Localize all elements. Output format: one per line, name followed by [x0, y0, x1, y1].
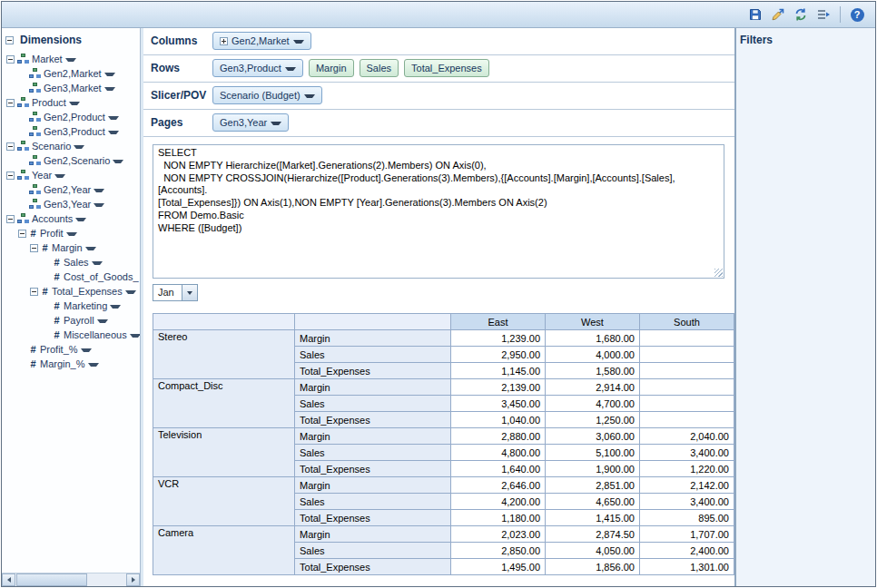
chip-gen2-market[interactable]: Gen2,Market	[212, 32, 311, 50]
chip-label: Gen3,Year	[220, 117, 267, 128]
tree-item-market[interactable]: Market	[2, 52, 140, 66]
tree-item-margin-pct[interactable]: #Margin_%	[2, 357, 140, 371]
value-cell: 1,301.00	[639, 559, 734, 575]
collapse-icon[interactable]	[18, 230, 26, 238]
edit-query-icon[interactable]	[769, 5, 787, 24]
collapse-icon[interactable]	[6, 55, 15, 64]
table-row: VCRMargin2,646.002,851.002,142.00	[153, 477, 734, 494]
dimensions-tree: MarketGen2,MarketGen3,MarketProductGen2,…	[2, 49, 140, 573]
value-cell: 2,880.00	[451, 428, 546, 445]
value-cell: 1,900.00	[546, 461, 640, 477]
member-icon: #	[41, 242, 49, 253]
tree-item-gen2-product[interactable]: Gen2,Product	[2, 110, 140, 124]
dropdown-caret-icon	[108, 131, 119, 134]
dropdown-caret-icon	[104, 87, 115, 91]
filters-panel: Filters	[736, 28, 875, 586]
scrollbar-thumb[interactable]	[16, 573, 87, 586]
tree-item-label: Total_Expenses	[52, 286, 123, 297]
tree-item-label: Margin_%	[40, 358, 85, 369]
chip-sales[interactable]: Sales	[360, 59, 399, 77]
select-dropdown-button[interactable]	[182, 285, 197, 300]
value-cell: 2,646.00	[451, 477, 546, 494]
tree-item-total-expenses[interactable]: #Total_Expenses	[2, 284, 140, 299]
dimension-icon	[29, 83, 41, 93]
chevron-down-icon	[187, 291, 192, 295]
scrollbar-track[interactable]	[87, 573, 126, 586]
band-chips: Scenario (Budget)	[212, 86, 322, 104]
help-icon[interactable]: ?	[848, 5, 866, 24]
mdx-query-editor[interactable]: SELECT NON EMPTY Hierarchize([Market].Ge…	[153, 144, 724, 279]
dropdown-caret-icon	[75, 218, 86, 221]
collapse-panel-icon[interactable]	[5, 36, 14, 44]
dropdown-caret-icon	[271, 122, 281, 125]
band-label: Slicer/POV	[151, 89, 212, 102]
horizontal-scrollbar[interactable]	[2, 573, 140, 586]
member-icon: #	[53, 271, 61, 282]
tree-item-gen2-market[interactable]: Gen2,Market	[2, 66, 140, 81]
scroll-left-button[interactable]	[2, 573, 15, 586]
chip-scenario-budget[interactable]: Scenario (Budget)	[212, 86, 322, 104]
tree-item-cost-of-goods[interactable]: #Cost_of_Goods_	[2, 270, 140, 284]
collapse-icon[interactable]	[6, 99, 15, 107]
tree-item-gen2-scenario[interactable]: Gen2,Scenario	[2, 153, 140, 168]
collapse-icon[interactable]	[30, 288, 38, 296]
tree-item-profit-pct[interactable]: #Profit_%	[2, 342, 140, 357]
collapse-icon[interactable]	[30, 244, 38, 252]
tree-item-miscellaneous[interactable]: #Miscellaneous	[2, 328, 140, 342]
save-icon[interactable]	[746, 5, 764, 24]
chip-gen3-product[interactable]: Gen3,Product	[212, 59, 303, 77]
member-icon: #	[53, 300, 61, 311]
dimension-icon	[29, 68, 41, 79]
dropdown-caret-icon	[293, 40, 304, 44]
dropdown-caret-icon	[110, 305, 121, 309]
value-cell: 2,139.00	[451, 379, 546, 396]
measure-cell: Margin	[295, 428, 451, 445]
tree-item-gen3-market[interactable]: Gen3,Market	[2, 81, 140, 95]
tree-item-gen3-year[interactable]: Gen3,Year	[2, 197, 140, 211]
value-cell: 4,700.00	[546, 396, 640, 412]
view-log-icon[interactable]	[814, 5, 833, 24]
measure-cell: Margin	[295, 330, 451, 347]
value-cell: 3,400.00	[639, 494, 734, 510]
tree-item-profit[interactable]: #Profit	[2, 226, 140, 240]
table-row: StereoMargin1,239.001,680.00	[153, 330, 734, 347]
dimension-icon	[29, 184, 41, 195]
value-cell: 1,415.00	[546, 510, 640, 526]
tree-item-gen3-product[interactable]: Gen3,Product	[2, 124, 140, 139]
collapse-icon[interactable]	[6, 142, 15, 151]
tree-item-payroll[interactable]: #Payroll	[2, 313, 140, 328]
dropdown-caret-icon	[65, 58, 76, 62]
tree-item-label: Gen3,Product	[44, 126, 105, 137]
tree-item-gen2-year[interactable]: Gen2,Year	[2, 182, 140, 197]
collapse-icon[interactable]	[6, 172, 15, 180]
dropdown-caret-icon	[125, 290, 136, 294]
execute-query-icon[interactable]	[792, 5, 810, 24]
chip-margin[interactable]: Margin	[309, 59, 354, 77]
tree-item-margin[interactable]: #Margin	[2, 240, 140, 255]
collapse-icon[interactable]	[6, 215, 15, 223]
tree-item-product[interactable]: Product	[2, 95, 140, 110]
tree-item-label: Gen2,Market	[44, 68, 102, 79]
tree-item-sales[interactable]: #Sales	[2, 255, 140, 270]
value-cell: 5,100.00	[546, 445, 640, 461]
column-header-west: West	[546, 314, 640, 330]
chip-gen3-year[interactable]: Gen3,Year	[212, 113, 289, 132]
value-cell: 1,040.00	[451, 412, 546, 428]
tree-item-marketing[interactable]: #Marketing	[2, 299, 140, 313]
expand-plus-icon[interactable]	[220, 37, 228, 45]
chip-total-expenses[interactable]: Total_Expenses	[404, 59, 489, 77]
value-cell: 895.00	[639, 510, 734, 526]
tree-item-accounts[interactable]: Accounts	[2, 211, 140, 226]
member-icon: #	[41, 286, 49, 297]
page-selector-row: Jan	[153, 284, 734, 301]
member-icon: #	[53, 257, 61, 268]
scroll-right-button[interactable]	[126, 573, 140, 586]
chip-label: Sales	[367, 63, 392, 74]
tree-item-label: Profit_%	[40, 344, 78, 355]
band-pages: PagesGen3,Year	[143, 110, 734, 137]
page-member-select[interactable]: Jan	[153, 284, 198, 301]
band-columns: ColumnsGen2,Market	[143, 28, 734, 55]
tree-item-year[interactable]: Year	[2, 168, 140, 182]
tree-item-label: Profit	[40, 228, 64, 239]
tree-item-scenario[interactable]: Scenario	[2, 139, 140, 153]
